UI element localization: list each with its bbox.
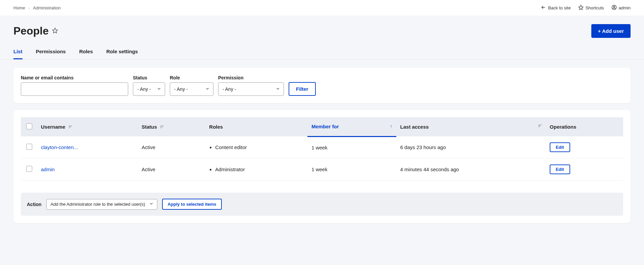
svg-rect-10 [538,127,540,127]
chevron-right-icon: › [29,6,30,10]
column-operations-label: Operations [550,124,576,130]
svg-point-1 [613,6,615,7]
svg-rect-2 [69,126,72,126]
status-value: Active [142,144,155,150]
users-table-panel: Username Status Roles Member for ↑ [13,110,631,223]
bulk-action-select[interactable]: Add the Administrator role to the select… [46,199,158,210]
filter-button[interactable]: Filter [289,82,316,96]
breadcrumb: Home › Administration [13,5,61,10]
last-access-value: 6 days 23 hours ago [400,144,446,150]
page-title: People [13,25,49,37]
shortcuts-link[interactable]: Shortcuts [578,5,604,11]
username-link[interactable]: admin [41,167,55,172]
svg-rect-3 [69,127,71,127]
svg-rect-7 [160,128,162,128]
breadcrumb-home[interactable]: Home [13,5,25,10]
chevron-down-icon [157,86,161,92]
tab-roles[interactable]: Roles [79,45,93,59]
arrow-up-icon: ↑ [390,124,392,129]
last-access-value: 4 minutes 44 seconds ago [400,167,459,172]
star-icon [578,5,584,11]
user-label: admin [619,5,631,10]
chevron-down-icon [205,86,210,92]
add-user-button[interactable]: + Add user [591,24,631,38]
edit-button[interactable]: Edit [550,164,570,174]
tab-role-settings[interactable]: Role settings [106,45,138,59]
svg-rect-6 [160,127,163,127]
user-menu[interactable]: admin [611,5,631,11]
role-filter-value: - Any - [174,86,188,92]
column-operations: Operations [546,117,623,136]
chevron-down-icon [149,201,154,207]
breadcrumb-administration[interactable]: Administration [33,5,60,10]
role-item: Administrator [215,167,303,172]
column-member-for-label: Member for [311,124,339,129]
column-username-label: Username [41,124,65,130]
status-value: Active [142,167,155,172]
svg-rect-5 [160,126,164,126]
edit-button[interactable]: Edit [550,142,570,152]
back-to-site-link[interactable]: Back to site [541,5,571,11]
status-filter-value: - Any - [137,86,151,92]
status-filter-select[interactable]: - Any - [133,82,165,96]
member-for-value: 1 week [311,145,328,150]
favorite-star-button[interactable] [52,27,58,35]
column-roles-label: Roles [209,124,223,130]
column-last-access-label: Last access [400,124,429,130]
back-to-site-label: Back to site [548,5,571,10]
username-link[interactable]: clayton-conten... [41,144,78,150]
column-status-label: Status [142,124,157,130]
column-status[interactable]: Status [138,117,205,136]
tab-permissions[interactable]: Permissions [36,45,66,59]
svg-rect-9 [538,126,541,126]
role-filter-select[interactable]: - Any - [170,82,213,96]
permission-filter-label: Permission [218,75,284,80]
status-filter-label: Status [133,75,165,80]
arrow-left-icon [541,5,546,11]
sort-icon [160,125,164,130]
permission-filter-value: - Any - [222,86,236,92]
bulk-action-bar: Action Add the Administrator role to the… [21,193,623,216]
column-roles: Roles [205,117,307,136]
role-filter-label: Role [170,75,213,80]
svg-rect-4 [69,128,70,128]
row-checkbox[interactable] [26,144,32,150]
row-checkbox[interactable] [26,166,32,172]
sort-icon [69,125,72,130]
column-last-access[interactable]: Last access [396,117,546,136]
column-username[interactable]: Username [37,117,138,136]
tab-list[interactable]: List [13,45,22,59]
bulk-action-value: Add the Administrator role to the select… [51,202,145,207]
role-item: Content editor [215,144,303,150]
sort-icon [538,124,542,129]
name-filter-input[interactable] [21,82,128,96]
chevron-down-icon [276,86,280,92]
svg-rect-8 [538,125,542,125]
filter-panel: Name or email contains Status - Any - Ro… [13,68,631,103]
name-filter-label: Name or email contains [21,75,128,80]
user-icon [611,5,617,11]
shortcuts-label: Shortcuts [586,5,604,10]
select-all-checkbox[interactable] [26,123,32,129]
member-for-value: 1 week [311,167,328,172]
bulk-action-label: Action [27,202,42,207]
table-row: admin Active Administrator 1 week 4 minu… [21,158,623,181]
table-row: clayton-conten... Active Content editor … [21,136,623,158]
permission-filter-select[interactable]: - Any - [218,82,284,96]
apply-bulk-button[interactable]: Apply to selected items [162,199,221,210]
column-member-for[interactable]: Member for ↑ [307,117,396,136]
